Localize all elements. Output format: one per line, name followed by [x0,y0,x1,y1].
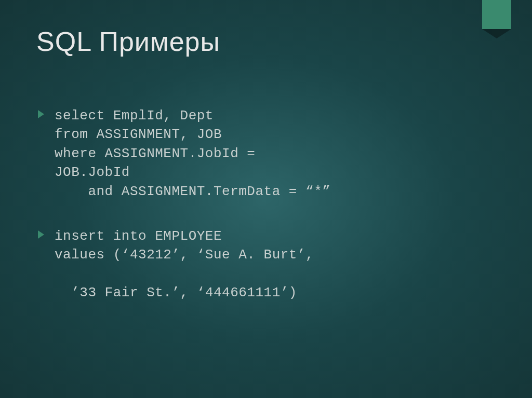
bullet-item: insert into EMPLOYEE values (‘43212’, ‘S… [55,227,496,303]
code-block: select EmplId, Dept from ASSIGNMENT, JOB… [55,106,496,201]
code-block: insert into EMPLOYEE values (‘43212’, ‘S… [55,227,496,303]
decorative-corner-square [482,0,511,29]
bullet-item: select EmplId, Dept from ASSIGNMENT, JOB… [55,106,496,201]
slide-content: SQL Примеры select EmplId, Dept from ASS… [0,0,532,365]
bullet-list: select EmplId, Dept from ASSIGNMENT, JOB… [55,106,496,303]
bullet-triangle-icon [38,110,44,118]
decorative-corner-shadow [482,29,511,38]
slide-title: SQL Примеры [36,26,496,57]
bullet-triangle-icon [38,230,44,239]
